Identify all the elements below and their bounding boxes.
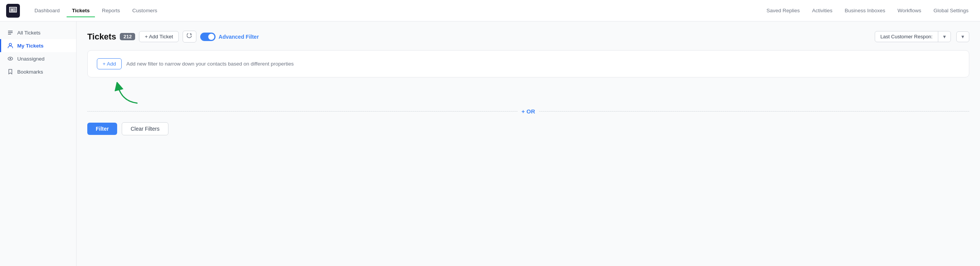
add-ticket-button[interactable]: + Add Ticket	[139, 31, 179, 42]
eye-icon	[7, 56, 13, 62]
advanced-filter-toggle-wrapper: Advanced Filter	[200, 33, 259, 41]
svg-rect-3	[8, 34, 11, 34]
arrow-annotation	[87, 82, 969, 105]
sort-dropdown[interactable]: Last Customer Respon: ▼	[875, 31, 951, 42]
list-icon	[7, 30, 13, 36]
main-content: Tickets 212 + Add Ticket Advanced Filter…	[77, 21, 980, 266]
svg-rect-1	[8, 31, 13, 31]
sort-direction-icon[interactable]: ▼	[957, 32, 969, 42]
green-arrow-icon	[110, 82, 149, 105]
clear-filters-button[interactable]: Clear Filters	[122, 122, 168, 135]
nav-item-reports[interactable]: Reports	[96, 5, 125, 17]
sidebar-item-all-tickets[interactable]: All Tickets	[0, 26, 76, 39]
filter-hint-text: Add new filter to narrow down your conta…	[126, 61, 294, 67]
sort-direction-dropdown[interactable]: ▼	[956, 31, 969, 42]
sidebar: All Tickets My Tickets Unassigned Bookma…	[0, 21, 77, 266]
logo-icon: ✦	[9, 7, 17, 15]
nav-item-tickets[interactable]: Tickets	[67, 5, 95, 17]
or-line-right	[539, 111, 969, 112]
sidebar-item-unassigned-label: Unassigned	[17, 56, 44, 62]
nav-item-business-inboxes[interactable]: Business Inboxes	[840, 5, 891, 17]
svg-rect-2	[8, 32, 13, 33]
page-title: Tickets	[87, 32, 116, 42]
svg-text:✦: ✦	[11, 8, 13, 11]
filter-card: + Add Add new filter to narrow down your…	[87, 50, 969, 77]
app-layout: All Tickets My Tickets Unassigned Bookma…	[0, 21, 980, 266]
ticket-count-badge: 212	[120, 33, 135, 40]
action-buttons: Filter Clear Filters	[87, 122, 969, 135]
refresh-button[interactable]	[183, 31, 196, 43]
sort-dropdown-value[interactable]: Last Customer Respon:	[875, 31, 939, 42]
svg-point-4	[9, 43, 11, 46]
nav-item-workflows[interactable]: Workflows	[892, 5, 926, 17]
app-logo: ✦	[6, 4, 20, 18]
sidebar-item-bookmarks-label: Bookmarks	[17, 69, 43, 75]
or-divider: + OR	[87, 108, 969, 115]
filter-button[interactable]: Filter	[87, 123, 117, 135]
nav-left: Dashboard Tickets Reports Customers	[29, 4, 163, 17]
sidebar-item-unassigned[interactable]: Unassigned	[0, 52, 76, 65]
sort-dropdown-arrow-icon[interactable]: ▼	[938, 32, 951, 42]
or-line-left	[87, 111, 518, 112]
nav-item-global-settings[interactable]: Global Settings	[928, 5, 974, 17]
advanced-filter-toggle[interactable]	[200, 33, 216, 41]
tickets-header: Tickets 212 + Add Ticket Advanced Filter…	[87, 31, 969, 43]
nav-item-customers[interactable]: Customers	[127, 5, 163, 17]
sidebar-item-bookmarks[interactable]: Bookmarks	[0, 65, 76, 78]
nav-right: Saved Replies Activities Business Inboxe…	[761, 4, 974, 17]
bookmark-icon	[7, 69, 13, 75]
add-filter-button[interactable]: + Add	[97, 58, 122, 69]
top-navigation: ✦ Dashboard Tickets Reports Customers Sa…	[0, 0, 980, 21]
nav-item-activities[interactable]: Activities	[807, 5, 838, 17]
sidebar-item-my-tickets[interactable]: My Tickets	[0, 39, 76, 52]
sidebar-item-all-tickets-label: All Tickets	[17, 30, 41, 36]
nav-item-saved-replies[interactable]: Saved Replies	[761, 5, 805, 17]
advanced-filter-label: Advanced Filter	[219, 34, 259, 40]
nav-item-dashboard[interactable]: Dashboard	[29, 5, 65, 17]
add-filter-row: + Add Add new filter to narrow down your…	[97, 58, 960, 69]
svg-point-6	[10, 58, 11, 59]
person-icon	[7, 43, 13, 49]
refresh-icon	[187, 33, 192, 39]
or-label[interactable]: + OR	[521, 108, 535, 115]
sidebar-item-my-tickets-label: My Tickets	[17, 43, 44, 49]
